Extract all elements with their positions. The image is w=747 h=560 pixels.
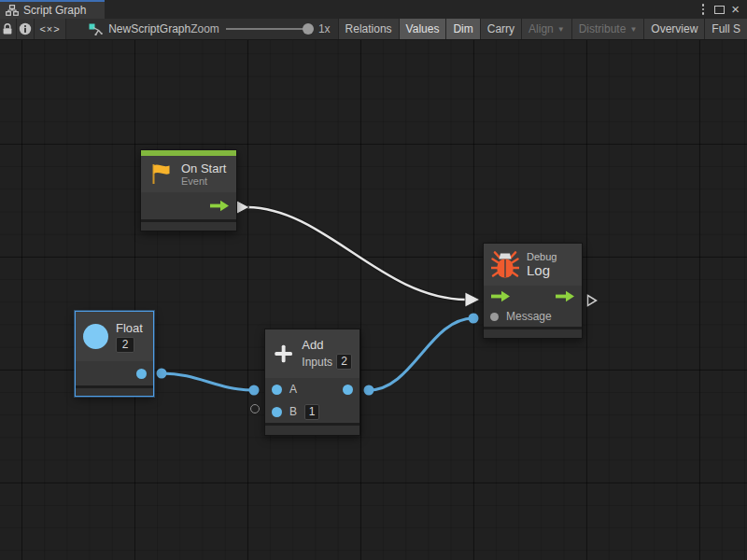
- window-menu-icon[interactable]: [698, 2, 709, 17]
- port-b-value-field[interactable]: 1: [304, 404, 319, 420]
- inputs-count-field[interactable]: 2: [336, 354, 352, 370]
- node-title: Log: [527, 262, 557, 278]
- node-header: Add Inputs 2: [265, 329, 359, 378]
- window-controls: ×: [698, 0, 747, 19]
- value-output-port[interactable]: [343, 385, 353, 395]
- flag-icon: [148, 161, 174, 187]
- input-port-a[interactable]: [272, 385, 282, 395]
- node-header: On Start Event: [141, 156, 236, 192]
- node-debug-log[interactable]: Debug Log Me: [483, 243, 583, 339]
- input-port-b[interactable]: [272, 407, 282, 417]
- script-graph-window: Script Graph × <×>: [0, 0, 747, 560]
- node-title: Float: [116, 321, 143, 335]
- zoom-control: Zoom 1x: [190, 19, 337, 39]
- node-subtitle: Debug: [527, 251, 557, 262]
- connection-wires: [0, 40, 747, 560]
- node-add[interactable]: Add Inputs 2 A B 1: [264, 329, 360, 436]
- zoom-slider[interactable]: [226, 23, 312, 35]
- flow-output-port[interactable]: [555, 290, 575, 302]
- zoom-value: 1x: [318, 22, 331, 35]
- info-icon: [19, 22, 32, 35]
- float-type-icon: [83, 324, 108, 349]
- node-footer: [76, 388, 153, 396]
- node-title: On Start: [181, 161, 226, 175]
- node-subtitle: Event: [181, 175, 226, 187]
- dim-button[interactable]: Dim: [445, 19, 479, 39]
- code-icon: <×>: [39, 23, 60, 35]
- message-input-port[interactable]: [490, 313, 499, 321]
- carry-button[interactable]: Carry: [480, 19, 521, 39]
- align-dropdown[interactable]: Align ▼: [521, 19, 571, 39]
- tab-bar: Script Graph ×: [0, 0, 747, 19]
- port-label: A: [289, 383, 297, 396]
- relations-button[interactable]: Relations: [338, 19, 399, 39]
- values-button[interactable]: Values: [399, 19, 446, 39]
- zoom-slider-track[interactable]: [226, 28, 312, 30]
- float-value-field[interactable]: 2: [116, 337, 134, 353]
- node-footer: [484, 329, 582, 338]
- tab-script-graph[interactable]: Script Graph: [0, 0, 105, 19]
- inspect-button[interactable]: [17, 19, 35, 39]
- port-label: B: [289, 405, 297, 418]
- node-footer: [265, 426, 359, 435]
- node-ports: Message: [484, 286, 582, 327]
- node-ports: [76, 361, 153, 385]
- graph-toolbar: <×> NewScriptGraph Zoom 1x Relations Val: [0, 19, 747, 40]
- port-label: Message: [506, 310, 552, 323]
- tab-label: Script Graph: [23, 4, 86, 17]
- bug-icon: [491, 250, 519, 280]
- zoom-label: Zoom: [190, 22, 219, 35]
- toolbar-buttons: Relations Values Dim Carry Align ▼ Distr…: [338, 19, 747, 39]
- node-header: Debug Log: [484, 244, 582, 286]
- node-ports: A B 1: [265, 378, 359, 423]
- lock-button[interactable]: [0, 19, 17, 39]
- script-graph-asset-icon: [89, 23, 103, 35]
- lock-icon: [2, 22, 13, 35]
- node-header: Float 2: [76, 312, 153, 361]
- flow-input-port[interactable]: [490, 290, 511, 302]
- edit-script-button[interactable]: <×>: [35, 19, 66, 39]
- value-output-port[interactable]: [136, 369, 147, 379]
- overview-button[interactable]: Overview: [643, 19, 704, 39]
- wire-onstart-to-log[interactable]: [235, 200, 480, 307]
- graph-canvas[interactable]: On Start Event: [0, 40, 747, 560]
- zoom-slider-handle[interactable]: [303, 23, 314, 35]
- wire-float-to-add-a[interactable]: [157, 369, 260, 396]
- distribute-dropdown[interactable]: Distribute ▼: [571, 19, 644, 39]
- node-on-start[interactable]: On Start Event: [140, 149, 237, 231]
- node-footer: [141, 222, 236, 231]
- unconnected-flow-triangle[interactable]: [585, 293, 599, 308]
- inputs-label: Inputs: [302, 356, 332, 369]
- chevron-down-icon: ▼: [629, 25, 637, 34]
- graph-name: NewScriptGraph: [108, 22, 190, 35]
- graph-breadcrumb[interactable]: NewScriptGraph: [66, 19, 190, 39]
- flow-output-port[interactable]: [209, 200, 230, 212]
- wire-add-to-log-message[interactable]: [364, 314, 479, 396]
- maximize-icon[interactable]: [714, 6, 725, 14]
- chevron-down-icon: ▼: [557, 25, 565, 34]
- node-float[interactable]: Float 2: [75, 311, 154, 397]
- node-title: Add: [302, 338, 352, 352]
- close-icon[interactable]: ×: [731, 4, 740, 15]
- unconnected-port-circle[interactable]: [250, 404, 260, 413]
- plus-icon: [273, 340, 294, 368]
- graph-hierarchy-icon: [6, 5, 19, 16]
- node-ports: [141, 192, 236, 219]
- fullscreen-button[interactable]: Full S: [704, 19, 747, 39]
